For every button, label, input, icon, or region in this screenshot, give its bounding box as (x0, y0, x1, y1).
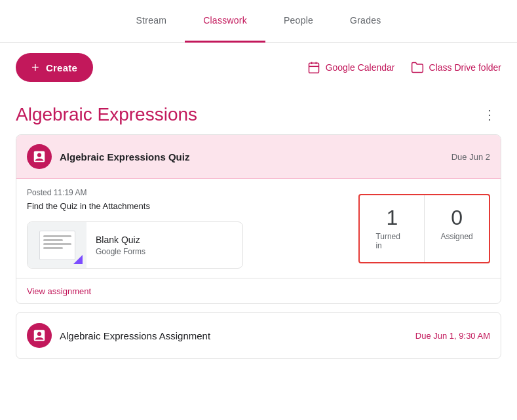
more-options-button[interactable]: ⋮ (478, 103, 501, 126)
section-title: Algebraic Expressions (16, 104, 197, 125)
assignment-row-left: Algebraic Expressions Assignment (27, 323, 210, 348)
posted-time: Posted 11:19 AM (27, 188, 345, 197)
section-header: Algebraic Expressions ⋮ (16, 92, 501, 134)
assignment-icon-bg (27, 144, 52, 169)
assignment-card-quiz: Algebraic Expressions Quiz Due Jun 2 Pos… (16, 134, 501, 304)
assigned-label: Assigned (440, 232, 472, 241)
class-drive-label: Class Drive folder (429, 62, 501, 73)
assignment-row-icon-bg (27, 323, 52, 348)
assignment-header-left: Algebraic Expressions Quiz (27, 144, 189, 169)
attachment-type: Google Forms (96, 247, 145, 256)
thumb-lines (39, 231, 75, 260)
assigned-count: 0 (451, 207, 463, 228)
create-button[interactable]: + Create (16, 53, 93, 82)
main-content: Algebraic Expressions ⋮ Algebraic Expres… (0, 92, 517, 359)
assignment-icon (32, 149, 47, 164)
attachment-card[interactable]: Blank Quiz Google Forms (27, 221, 243, 269)
stats-box: 1 Turned in 0 Assigned (358, 194, 490, 263)
thumb-line-4 (43, 247, 63, 249)
assignment-card-header: Algebraic Expressions Quiz Due Jun 2 (16, 135, 501, 179)
assignment-card-footer: View assignment (16, 278, 501, 303)
attachment-name: Blank Quiz (96, 235, 145, 245)
attachment-info: Blank Quiz Google Forms (86, 228, 155, 263)
toolbar-links: Google Calendar Class Drive folder (307, 61, 501, 74)
view-assignment-link[interactable]: View assignment (27, 286, 91, 296)
toolbar: + Create Google Calendar Class Drive fol… (0, 43, 517, 92)
stat-turned-in: 1 Turned in (360, 195, 425, 262)
folder-icon (411, 61, 424, 74)
top-nav: Stream Classwork People Grades (0, 0, 517, 43)
assignment-row-title: Algebraic Expressions Assignment (60, 330, 210, 341)
assignment-due-date: Due Jun 2 (451, 152, 490, 162)
stat-assigned: 0 Assigned (425, 195, 489, 262)
thumb-line-1 (43, 235, 71, 237)
thumb-line-3 (43, 243, 71, 245)
forms-corner-icon (73, 255, 83, 264)
google-calendar-link[interactable]: Google Calendar (307, 61, 395, 74)
svg-rect-0 (309, 63, 318, 73)
tab-grades[interactable]: Grades (332, 0, 399, 43)
assignment-card-title: Algebraic Expressions Quiz (60, 151, 189, 162)
calendar-icon (307, 61, 320, 74)
assignment-row[interactable]: Algebraic Expressions Assignment Due Jun… (16, 312, 501, 359)
tab-stream[interactable]: Stream (118, 0, 185, 43)
google-calendar-label: Google Calendar (326, 62, 395, 73)
svg-marker-4 (73, 255, 83, 264)
create-label: Create (46, 62, 77, 73)
body-text: Find the Quiz in the Attachments (27, 201, 345, 211)
assignment-row-due: Due Jun 1, 9:30 AM (415, 331, 490, 341)
turned-in-label: Turned in (375, 232, 408, 250)
class-drive-link[interactable]: Class Drive folder (411, 61, 501, 74)
assignment-body-left: Posted 11:19 AM Find the Quiz in the Att… (27, 188, 345, 269)
thumb-line-2 (43, 239, 63, 241)
attachment-thumbnail (28, 222, 86, 268)
assignment-row-icon (32, 328, 47, 343)
turned-in-count: 1 (386, 207, 398, 228)
tab-people[interactable]: People (265, 0, 332, 43)
tab-classwork[interactable]: Classwork (185, 0, 265, 43)
plus-icon: + (31, 61, 39, 74)
assignment-card-body: Posted 11:19 AM Find the Quiz in the Att… (16, 179, 501, 278)
